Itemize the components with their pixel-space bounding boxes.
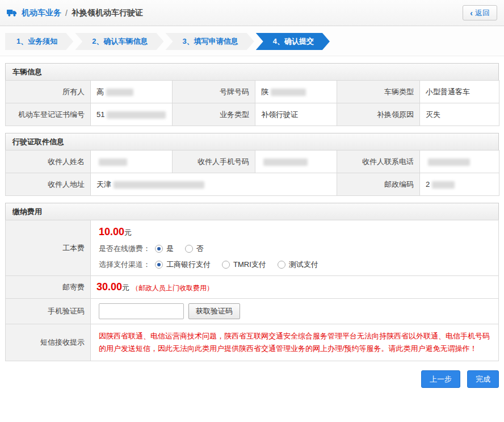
payment-channel-question: 选择支付渠道：	[99, 260, 150, 270]
postal-code-value: 2	[420, 173, 499, 196]
vehicle-info-title: 车辆信息	[5, 63, 499, 81]
get-code-button[interactable]: 获取验证码	[188, 303, 240, 319]
sms-notice-text: 因陕西省联通、电信运营商技术问题，陕西省互联网交通安全综合服务管理平台无法向持陕…	[91, 324, 498, 361]
recipient-phone-value	[420, 151, 499, 173]
radio-online-no[interactable]: 否	[185, 244, 204, 254]
fees-section: 缴纳费用 工本费 10.00元 是否在线缴费： 是 否	[5, 203, 499, 361]
step-1-business-notice: 1、业务须知	[5, 33, 73, 50]
redacted-value	[99, 158, 127, 166]
fees-table: 工本费 10.00元 是否在线缴费： 是 否 选	[5, 220, 499, 361]
business-type-label: 业务类型	[173, 103, 255, 126]
online-payment-question-row: 是否在线缴费： 是 否	[99, 244, 490, 254]
radio-online-yes[interactable]: 是	[155, 244, 174, 254]
radio-channel-icbc[interactable]: 工商银行支付	[155, 260, 211, 270]
sms-code-content: 获取验证码	[91, 299, 499, 324]
postage-fee-label: 邮寄费	[6, 276, 91, 299]
step-wizard: 1、业务须知 2、确认车辆信息 3、填写申请信息 4、确认提交	[0, 26, 504, 56]
vehicle-type-label: 车辆类型	[337, 81, 420, 103]
table-row: 收件人地址 天津 邮政编码 2	[6, 173, 499, 196]
pickup-info-table: 收件人姓名 收件人手机号码 收件人联系电话 收件人地址 天津 邮政编码 2	[5, 150, 499, 196]
reason-value: 灭失	[420, 103, 499, 126]
redacted-value	[114, 181, 204, 189]
cost-fee-unit: 元	[124, 228, 132, 237]
postage-fee-amount: 30.00	[96, 281, 122, 293]
radio-online-yes-label: 是	[166, 244, 174, 254]
page-title-category: 机动车业务	[22, 8, 61, 18]
step-4-confirm-submit: 4、确认提交	[256, 33, 330, 50]
recipient-mobile-label: 收件人手机号码	[173, 151, 255, 173]
registration-no-value: 51	[91, 103, 173, 126]
fees-title: 缴纳费用	[5, 203, 499, 220]
recipient-address-value: 天津	[91, 173, 337, 196]
postage-fee-unit: 元	[122, 283, 129, 292]
radio-channel-test-label: 测试支付	[289, 260, 318, 270]
radio-circle-icon	[185, 245, 193, 253]
plate-label: 号牌号码	[173, 81, 255, 103]
recipient-mobile-value	[255, 151, 337, 173]
radio-channel-tmri[interactable]: TMRI支付	[222, 260, 266, 270]
recipient-address-label: 收件人地址	[6, 173, 91, 196]
page-title: 补换领机动车行驶证	[72, 8, 143, 18]
vehicle-info-section: 车辆信息 所有人 高 号牌号码 陕 车辆类型 小型普通客车 机动车登记证书编号 …	[5, 63, 499, 126]
recipient-name-value	[91, 151, 173, 173]
back-button[interactable]: ‹ 返回	[463, 5, 497, 20]
radio-channel-test[interactable]: 测试支付	[278, 260, 318, 270]
breadcrumb: 机动车业务 / 补换领机动车行驶证	[7, 8, 143, 18]
owner-value: 高	[91, 81, 173, 103]
registration-no-label: 机动车登记证书编号	[6, 103, 91, 126]
recipient-name-label: 收件人姓名	[6, 151, 91, 173]
step-3-fill-application: 3、填写申请信息	[165, 33, 254, 50]
radio-circle-icon	[222, 261, 230, 269]
footer-actions: 上一步 完成	[0, 361, 504, 398]
redacted-value	[263, 158, 308, 166]
finish-button[interactable]: 完成	[467, 370, 499, 388]
pickup-info-title: 行驶证取件信息	[5, 133, 499, 151]
vehicle-type-value: 小型普通客车	[420, 81, 499, 103]
table-row: 邮寄费 30.00元（邮政人员上门收取费用）	[6, 276, 499, 299]
truck-icon	[7, 9, 18, 17]
cost-fee-content: 10.00元 是否在线缴费： 是 否 选择支付渠道：	[91, 220, 499, 276]
sms-code-input[interactable]	[99, 303, 184, 319]
previous-step-button[interactable]: 上一步	[421, 370, 460, 388]
radio-circle-icon	[155, 261, 163, 269]
redacted-value	[428, 158, 470, 166]
page-header: 机动车业务 / 补换领机动车行驶证 ‹ 返回	[0, 0, 504, 26]
table-row: 短信接收提示 因陕西省联通、电信运营商技术问题，陕西省互联网交通安全综合服务管理…	[6, 324, 499, 361]
vehicle-info-table: 所有人 高 号牌号码 陕 车辆类型 小型普通客车 机动车登记证书编号 51 业务…	[5, 80, 499, 126]
recipient-phone-label: 收件人联系电话	[337, 151, 420, 173]
online-payment-question: 是否在线缴费：	[99, 244, 150, 254]
breadcrumb-separator: /	[65, 9, 68, 18]
table-row: 工本费 10.00元 是否在线缴费： 是 否 选	[6, 220, 499, 276]
back-chevron-icon: ‹	[470, 9, 473, 17]
sms-notice-label: 短信接收提示	[6, 324, 91, 361]
cost-fee-label: 工本费	[6, 220, 91, 276]
redacted-value	[106, 89, 133, 96]
redacted-value	[432, 181, 455, 189]
radio-online-no-label: 否	[196, 244, 204, 254]
redacted-value	[271, 89, 306, 96]
radio-circle-icon	[155, 245, 163, 253]
owner-label: 所有人	[6, 81, 91, 103]
radio-channel-icbc-label: 工商银行支付	[166, 260, 211, 270]
sms-code-label: 手机验证码	[6, 299, 91, 324]
back-button-label: 返回	[475, 8, 490, 18]
table-row: 所有人 高 号牌号码 陕 车辆类型 小型普通客车	[6, 81, 499, 103]
table-row: 机动车登记证书编号 51 业务类型 补领行驶证 补换领原因 灭失	[6, 103, 499, 126]
pickup-info-section: 行驶证取件信息 收件人姓名 收件人手机号码 收件人联系电话 收件人地址 天津 邮…	[5, 133, 499, 196]
radio-channel-tmri-label: TMRI支付	[233, 260, 266, 270]
business-type-value: 补领行驶证	[255, 103, 337, 126]
postal-code-label: 邮政编码	[337, 173, 420, 196]
cost-fee-price: 10.00元	[99, 226, 490, 238]
reason-label: 补换领原因	[337, 103, 420, 126]
redacted-value	[107, 111, 166, 119]
postage-fee-note: （邮政人员上门收取费用）	[132, 284, 213, 292]
cost-fee-amount: 10.00	[99, 226, 124, 237]
step-2-confirm-vehicle: 2、确认车辆信息	[75, 33, 163, 50]
table-row: 手机验证码 获取验证码	[6, 299, 499, 324]
radio-circle-icon	[278, 261, 285, 269]
postage-fee-content: 30.00元（邮政人员上门收取费用）	[91, 276, 499, 299]
table-row: 收件人姓名 收件人手机号码 收件人联系电话	[6, 151, 499, 173]
payment-channel-question-row: 选择支付渠道： 工商银行支付 TMRI支付 测试支付	[99, 260, 490, 270]
plate-value: 陕	[255, 81, 337, 103]
sms-notice-content: 因陕西省联通、电信运营商技术问题，陕西省互联网交通安全综合服务管理平台无法向持陕…	[91, 324, 499, 361]
